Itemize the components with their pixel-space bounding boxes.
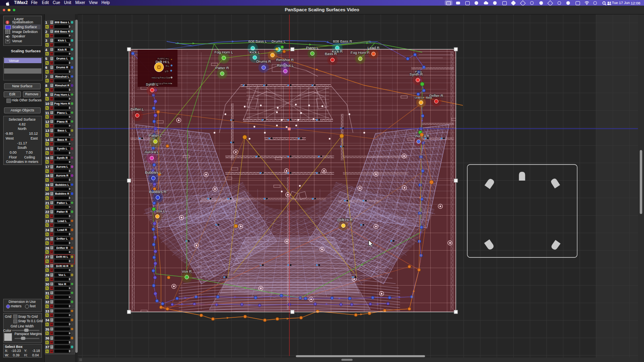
svg-text:Bubbles R: Bubbles R	[149, 190, 167, 194]
svg-text:mid p ng Fnts p Goal: mid p ng Fnts p Goal	[152, 76, 170, 79]
svg-text:Bass: Bass	[426, 96, 432, 99]
svg-text:808 Bass R: 808 Bass R	[333, 39, 352, 43]
svg-text:Synth L: Synth L	[146, 82, 159, 86]
svg-text:Vox L: Vox L	[156, 209, 165, 213]
svg-text:P o ic: P o ic	[415, 70, 422, 73]
svg-text:Fog Horn R: Fog Horn R	[351, 51, 370, 55]
svg-text:Aurora L: Aurora L	[144, 150, 159, 154]
svg-text:Fog Horn L: Fog Horn L	[215, 50, 233, 54]
svg-text:Vox R: Vox R	[182, 269, 192, 274]
svg-text:Lead Lit: Lead Lit	[415, 96, 424, 99]
svg-text:g Di: g Di	[165, 70, 169, 72]
svg-text:Rimshot L: Rimshot L	[277, 64, 294, 68]
svg-text:Drifter L: Drifter L	[130, 107, 144, 111]
svg-text:808 Bass L: 808 Bass L	[248, 39, 267, 43]
svg-text:Drift Hi R: Drift Hi R	[337, 218, 353, 222]
svg-text:Bass R: Bass R	[325, 52, 337, 56]
svg-text:Hi L: Hi L	[166, 65, 169, 67]
svg-text:Patter R: Patter R	[215, 66, 229, 70]
svg-text:Bubbles L: Bubbles L	[145, 171, 161, 175]
svg-text:Drums R: Drums R	[256, 60, 271, 64]
svg-text:Rimshot R: Rimshot R	[276, 58, 294, 62]
svg-text:Drums L: Drums L	[271, 39, 285, 43]
svg-text:Kick L: Kick L	[250, 50, 260, 54]
svg-text:Patter L: Patter L	[149, 134, 162, 138]
